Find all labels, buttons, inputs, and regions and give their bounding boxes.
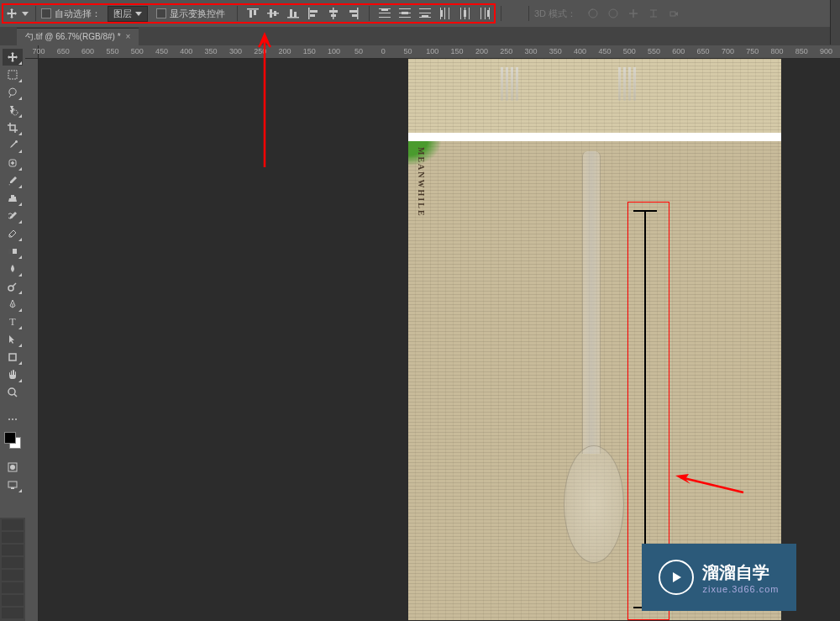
3d-rotate-button[interactable] xyxy=(584,5,602,22)
svg-point-56 xyxy=(12,418,13,420)
quick-mask-button[interactable] xyxy=(3,459,23,476)
align-hcenter-button[interactable] xyxy=(324,5,343,22)
options-bar: 自动选择： 图层 显示变换控件 3D 模式： xyxy=(0,0,840,27)
dist-bottom-button[interactable] xyxy=(416,5,434,22)
watermark-logo-icon xyxy=(659,560,694,595)
svg-rect-32 xyxy=(449,8,449,19)
svg-rect-11 xyxy=(310,14,315,17)
svg-point-47 xyxy=(15,140,18,143)
svg-rect-1 xyxy=(249,10,252,18)
3d-mode-label: 3D 模式： xyxy=(534,8,576,20)
horizontal-ruler[interactable]: 7006506005505004504003503002502001501005… xyxy=(39,45,840,59)
separator xyxy=(35,6,36,21)
svg-text:T: T xyxy=(9,316,16,328)
svg-rect-34 xyxy=(460,8,461,19)
move-tool[interactable] xyxy=(3,49,23,66)
svg-rect-2 xyxy=(254,10,256,15)
panel-toggle[interactable] xyxy=(830,0,840,45)
align-left-button[interactable] xyxy=(304,5,323,22)
foreground-color[interactable] xyxy=(4,432,16,444)
tool-preset-dropdown[interactable] xyxy=(20,5,30,22)
svg-rect-26 xyxy=(419,8,431,9)
blur-tool[interactable] xyxy=(3,261,23,277)
type-tool[interactable]: T xyxy=(3,313,23,330)
svg-rect-50 xyxy=(8,249,13,254)
3d-roll-button[interactable] xyxy=(604,5,622,22)
eraser-tool[interactable] xyxy=(3,225,23,242)
svg-rect-39 xyxy=(485,8,486,19)
layer-dropdown-value: 图层 xyxy=(113,8,132,20)
collapsed-panel[interactable] xyxy=(0,518,25,621)
auto-select-checkbox[interactable] xyxy=(41,8,51,18)
auto-select-label: 自动选择： xyxy=(55,8,101,20)
3d-pan-button[interactable] xyxy=(624,5,643,22)
svg-rect-7 xyxy=(290,9,292,17)
svg-rect-4 xyxy=(270,9,272,18)
rectangle-tool[interactable] xyxy=(3,349,23,366)
edit-toolbar-button[interactable] xyxy=(3,411,23,428)
svg-rect-37 xyxy=(464,10,466,17)
spot-heal-tool[interactable] xyxy=(3,155,23,171)
svg-rect-8 xyxy=(294,12,297,17)
svg-rect-53 xyxy=(9,354,16,360)
dist-left-button[interactable] xyxy=(436,5,454,22)
svg-point-46 xyxy=(13,110,18,115)
svg-rect-21 xyxy=(381,9,388,11)
zoom-tool[interactable] xyxy=(3,384,23,401)
layer-group-dropdown[interactable]: 图层 xyxy=(108,6,148,22)
separator xyxy=(369,6,370,21)
watermark: 溜溜自学 zixue.3d66.com xyxy=(642,544,796,611)
vertical-ruler[interactable] xyxy=(25,59,39,621)
svg-rect-22 xyxy=(399,8,411,9)
document-tab[interactable]: 勺.tif @ 66.7%(RGB/8#) * × xyxy=(17,28,139,45)
svg-point-55 xyxy=(8,418,10,420)
svg-rect-41 xyxy=(487,10,489,17)
color-swatch[interactable] xyxy=(4,432,21,449)
svg-rect-36 xyxy=(469,8,470,19)
svg-rect-24 xyxy=(399,17,411,18)
svg-rect-27 xyxy=(419,13,431,13)
3d-camera-button[interactable] xyxy=(664,5,683,22)
dist-hcenter-button[interactable] xyxy=(456,5,475,22)
svg-rect-44 xyxy=(670,12,675,16)
quick-select-tool[interactable] xyxy=(3,102,23,118)
image-text-meanwhile: MEANWHILE xyxy=(417,147,426,218)
svg-rect-10 xyxy=(310,10,318,13)
screen-mode-button[interactable] xyxy=(3,476,23,493)
svg-rect-29 xyxy=(422,15,428,17)
3d-slide-button[interactable] xyxy=(644,5,663,22)
path-select-tool[interactable] xyxy=(3,331,23,348)
brush-tool[interactable] xyxy=(3,172,23,189)
show-transform-checkbox[interactable] xyxy=(156,8,166,18)
separator xyxy=(237,6,238,21)
measure-cap xyxy=(633,210,657,212)
history-brush-tool[interactable] xyxy=(3,208,23,224)
svg-rect-20 xyxy=(379,17,391,18)
document-image: MEANWHILE xyxy=(408,59,781,620)
hand-tool[interactable] xyxy=(3,366,23,383)
align-bottom-button[interactable] xyxy=(284,5,302,22)
dist-top-button[interactable] xyxy=(375,5,394,22)
clone-stamp-tool[interactable] xyxy=(3,190,23,207)
align-top-button[interactable] xyxy=(244,5,262,22)
svg-point-57 xyxy=(15,418,17,420)
svg-rect-45 xyxy=(8,71,17,79)
marquee-tool[interactable] xyxy=(3,66,23,83)
align-vcenter-button[interactable] xyxy=(264,5,282,22)
lasso-tool[interactable] xyxy=(3,84,23,101)
gradient-tool[interactable] xyxy=(3,243,23,260)
eyedropper-tool[interactable] xyxy=(3,137,23,154)
dist-vcenter-button[interactable] xyxy=(396,5,414,22)
dodge-tool[interactable] xyxy=(3,278,23,295)
annotation-arrow-down xyxy=(252,29,277,171)
align-right-button[interactable] xyxy=(344,5,363,22)
dist-right-button[interactable] xyxy=(476,5,495,22)
svg-rect-33 xyxy=(441,10,443,17)
pen-tool[interactable] xyxy=(3,296,23,313)
crop-tool[interactable] xyxy=(3,119,23,136)
svg-rect-60 xyxy=(8,482,17,487)
move-tool-indicator-icon[interactable] xyxy=(3,5,20,22)
close-tab-button[interactable]: × xyxy=(126,32,131,41)
svg-rect-14 xyxy=(331,14,336,17)
canvas-area[interactable]: 7006506005505004504003503002502001501005… xyxy=(25,45,840,621)
